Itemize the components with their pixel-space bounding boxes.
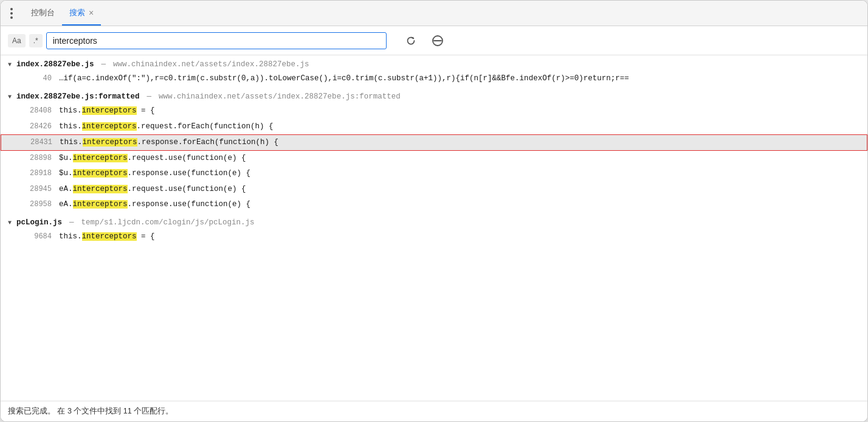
file-group-1: ▼ index.28827ebe.js — www.chinaindex.net… bbox=[1, 55, 867, 86]
tab-search-close[interactable]: × bbox=[89, 9, 94, 17]
devtools-window: 控制台 搜索 × Aa .* bbox=[0, 0, 868, 422]
code-text: $u.interceptors.response.use(function(e)… bbox=[59, 167, 250, 180]
file-header-1[interactable]: ▼ index.28827ebe.js — www.chinaindex.net… bbox=[1, 55, 867, 71]
code-text: this.interceptors = { bbox=[59, 105, 155, 117]
code-text: this.interceptors.response.forEach(funct… bbox=[60, 136, 278, 149]
search-input-wrapper bbox=[46, 32, 387, 49]
file-name-3: pcLogin.js bbox=[16, 218, 62, 227]
code-text: eA.interceptors.response.use(function(e)… bbox=[59, 198, 250, 211]
line-number: 28426 bbox=[22, 120, 52, 133]
file-group-2: ▼ index.28827ebe.js:formatted — www.chin… bbox=[1, 88, 867, 212]
collapse-triangle-2: ▼ bbox=[8, 94, 12, 100]
results-area[interactable]: ▼ index.28827ebe.js — www.chinaindex.net… bbox=[1, 55, 867, 401]
search-actions bbox=[402, 32, 446, 49]
result-row[interactable]: 28958 eA.interceptors.response.use(funct… bbox=[1, 197, 867, 212]
file-url-2: www.chinaindex.net/assets/index.28827ebe… bbox=[159, 92, 401, 101]
file-header-3[interactable]: ▼ pcLogin.js — temp/s1.ljcdn.com/clogin/… bbox=[1, 213, 867, 229]
line-number: 40 bbox=[22, 72, 52, 85]
line-number: 28408 bbox=[22, 105, 52, 117]
aa-button[interactable]: Aa bbox=[8, 34, 26, 47]
status-text: 搜索已完成。 在 3 个文件中找到 11 个匹配行。 bbox=[8, 407, 173, 415]
code-text: $u.interceptors.request.use(function(e) … bbox=[59, 152, 246, 165]
result-row[interactable]: 28945 eA.interceptors.request.use(functi… bbox=[1, 182, 867, 197]
line-number: 9684 bbox=[22, 230, 52, 243]
line-number: 28945 bbox=[22, 183, 52, 195]
tab-bar: 控制台 搜索 × bbox=[1, 1, 867, 26]
code-text: this.interceptors = { bbox=[59, 230, 155, 243]
line-number: 28431 bbox=[23, 136, 52, 148]
result-row[interactable]: 28898 $u.interceptors.request.use(functi… bbox=[1, 151, 867, 166]
result-row-highlighted[interactable]: 28431 this.interceptors.response.forEach… bbox=[1, 134, 867, 151]
code-text: this.interceptors.request.forEach(functi… bbox=[59, 120, 274, 133]
tab-console-label: 控制台 bbox=[31, 7, 55, 18]
result-row[interactable]: 28918 $u.interceptors.response.use(funct… bbox=[1, 166, 867, 181]
refresh-button[interactable] bbox=[402, 32, 419, 49]
file-header-2[interactable]: ▼ index.28827ebe.js:formatted — www.chin… bbox=[1, 88, 867, 103]
search-bar: Aa .* bbox=[1, 26, 867, 55]
file-url-1: www.chinaindex.net/assets/index.28827ebe… bbox=[113, 60, 309, 69]
tab-search-label: 搜索 bbox=[69, 7, 85, 18]
file-url-3: temp/s1.ljcdn.com/clogin/js/pcLogin.js bbox=[81, 218, 255, 227]
collapse-triangle-3: ▼ bbox=[8, 220, 12, 226]
line-number: 28918 bbox=[22, 167, 52, 179]
result-row[interactable]: 9684 this.interceptors = { bbox=[1, 229, 867, 244]
menu-dots-button[interactable] bbox=[8, 5, 15, 21]
line-number: 28898 bbox=[22, 152, 52, 164]
status-bar: 搜索已完成。 在 3 个文件中找到 11 个匹配行。 bbox=[1, 401, 867, 421]
result-row[interactable]: 28426 this.interceptors.request.forEach(… bbox=[1, 119, 867, 134]
collapse-triangle-1: ▼ bbox=[8, 61, 12, 68]
file-name-1: index.28827ebe.js bbox=[16, 60, 94, 69]
result-row[interactable]: 28408 this.interceptors = { bbox=[1, 103, 867, 119]
line-number: 28958 bbox=[22, 198, 52, 210]
clear-button[interactable] bbox=[429, 32, 446, 49]
regex-button[interactable]: .* bbox=[29, 34, 43, 47]
search-input[interactable] bbox=[46, 32, 387, 49]
file-group-3: ▼ pcLogin.js — temp/s1.ljcdn.com/clogin/… bbox=[1, 213, 867, 244]
code-text: eA.interceptors.request.use(function(e) … bbox=[59, 183, 246, 196]
tab-search[interactable]: 搜索 × bbox=[62, 1, 101, 26]
file-name-2: index.28827ebe.js:formatted bbox=[16, 92, 140, 101]
tab-console[interactable]: 控制台 bbox=[24, 1, 62, 26]
code-text: …if(a=c.indexOf(":"),r=c0.trim(c.substr(… bbox=[59, 72, 629, 85]
result-row[interactable]: 40 …if(a=c.indexOf(":"),r=c0.trim(c.subs… bbox=[1, 71, 867, 86]
